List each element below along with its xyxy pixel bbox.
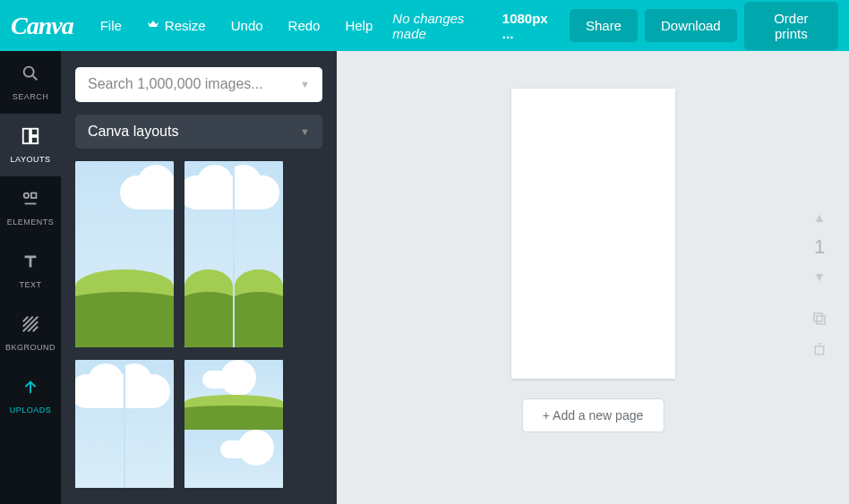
svg-point-5	[24, 193, 30, 199]
layout-thumbnails	[75, 161, 322, 488]
rail-search[interactable]: SEARCH	[0, 51, 61, 114]
upload-icon	[21, 377, 40, 400]
svg-rect-4	[31, 137, 38, 143]
rail-layouts[interactable]: LAYOUTS	[0, 114, 61, 176]
page-controls: ▲ 1 ▼	[811, 210, 828, 361]
background-icon	[21, 314, 40, 337]
rail-text-label: TEXT	[19, 280, 41, 289]
search-icon	[21, 64, 40, 87]
rail-search-label: SEARCH	[13, 92, 49, 101]
chevron-down-icon: ▼	[300, 126, 310, 137]
crown-icon	[147, 18, 159, 33]
rail-text[interactable]: TEXT	[0, 239, 61, 302]
download-button[interactable]: Download	[645, 9, 737, 42]
svg-line-1	[33, 76, 38, 81]
undo-menu[interactable]: Undo	[222, 18, 272, 33]
rail-elements[interactable]: ELEMENTS	[0, 176, 61, 239]
svg-line-11	[28, 321, 38, 331]
text-icon	[21, 252, 40, 275]
resize-menu[interactable]: Resize	[138, 18, 215, 33]
page-up-icon[interactable]: ▲	[813, 210, 826, 225]
layout-thumb[interactable]	[184, 161, 283, 347]
help-menu[interactable]: Help	[336, 18, 382, 33]
canva-logo[interactable]: Canva	[11, 12, 73, 40]
svg-line-9	[23, 317, 33, 327]
layout-thumb[interactable]	[75, 161, 174, 347]
rail-layouts-label: LAYOUTS	[11, 155, 51, 164]
search-placeholder: Search 1,000,000 images...	[88, 76, 263, 92]
chevron-down-icon: ▼	[300, 79, 310, 90]
rail-background-label: BKGROUND	[5, 343, 56, 352]
elements-icon	[21, 189, 40, 212]
layouts-dropdown[interactable]: Canva layouts ▼	[75, 115, 322, 149]
rail-uploads-label: UPLOADS	[10, 406, 52, 414]
order-prints-button[interactable]: Order prints	[744, 2, 838, 50]
svg-rect-15	[814, 313, 822, 321]
share-button[interactable]: Share	[570, 9, 638, 42]
page-down-icon[interactable]: ▼	[813, 269, 826, 284]
rail-elements-label: ELEMENTS	[7, 218, 55, 226]
delete-page-icon[interactable]	[812, 341, 827, 361]
copy-page-icon[interactable]	[811, 311, 828, 330]
svg-rect-2	[23, 129, 30, 144]
file-menu[interactable]: File	[91, 18, 131, 33]
svg-rect-3	[31, 129, 38, 135]
layouts-dropdown-label: Canva layouts	[88, 124, 178, 140]
layout-thumb[interactable]	[75, 360, 174, 488]
dimensions-label[interactable]: 1080px ...	[502, 11, 555, 41]
top-toolbar: Canva File Resize Undo Redo Help No chan…	[0, 0, 849, 51]
search-input[interactable]: Search 1,000,000 images... ▼	[75, 67, 322, 102]
layouts-panel: Search 1,000,000 images... ▼ Canva layou…	[61, 51, 337, 504]
redo-menu[interactable]: Redo	[279, 18, 330, 33]
svg-point-0	[24, 67, 34, 77]
svg-line-8	[23, 317, 29, 322]
rail-uploads[interactable]: UPLOADS	[0, 364, 61, 427]
canvas-area: + Add a new page ▲ 1 ▼	[337, 51, 849, 504]
page-number: 1	[814, 235, 825, 259]
layouts-icon	[21, 126, 40, 149]
svg-rect-14	[817, 316, 825, 324]
svg-line-12	[33, 327, 39, 332]
design-canvas[interactable]	[511, 89, 675, 379]
resize-label: Resize	[165, 18, 206, 33]
status-text: No changes made	[392, 11, 488, 41]
left-rail: SEARCH LAYOUTS ELEMENTS TEXT BKGROUND	[0, 51, 61, 504]
add-page-button[interactable]: + Add a new page	[522, 398, 665, 432]
svg-rect-6	[31, 193, 36, 199]
svg-rect-16	[815, 346, 823, 355]
layout-thumb[interactable]	[184, 360, 283, 488]
rail-background[interactable]: BKGROUND	[0, 302, 61, 364]
